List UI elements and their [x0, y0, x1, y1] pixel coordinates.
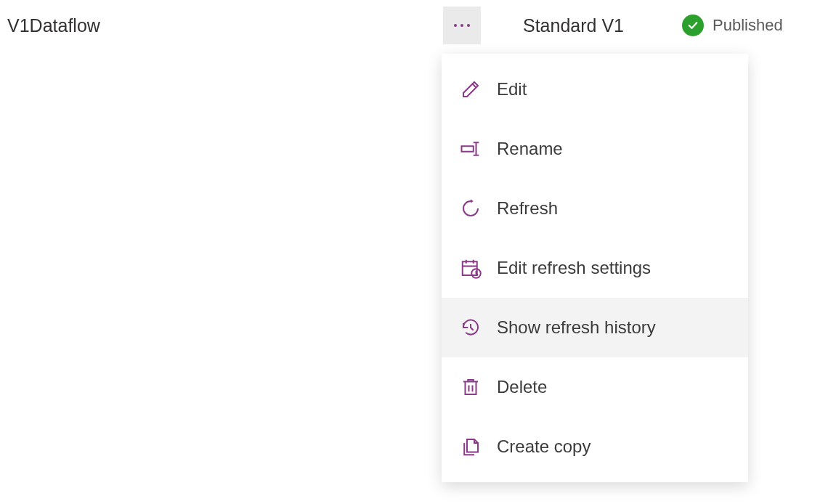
checkmark-icon	[682, 15, 704, 36]
status-text: Published	[713, 16, 783, 35]
menu-item-label: Delete	[497, 377, 547, 397]
menu-item-refresh[interactable]: Refresh	[442, 179, 748, 238]
status-badge: Published	[682, 15, 783, 36]
schedule-icon	[459, 256, 482, 280]
ellipsis-icon	[454, 24, 470, 27]
refresh-icon	[459, 197, 482, 220]
rename-icon	[459, 137, 482, 160]
menu-item-edit[interactable]: Edit	[442, 60, 748, 119]
dataflow-row: V1Dataflow Standard V1 Published	[0, 0, 828, 51]
delete-icon	[459, 375, 482, 399]
menu-item-label: Create copy	[497, 436, 590, 457]
menu-item-delete[interactable]: Delete	[442, 357, 748, 417]
menu-item-label: Refresh	[497, 198, 558, 219]
history-icon	[459, 316, 482, 339]
menu-item-show-refresh-history[interactable]: Show refresh history	[442, 298, 748, 357]
more-options-button[interactable]	[443, 7, 481, 44]
pencil-icon	[459, 78, 482, 101]
menu-item-label: Rename	[497, 139, 563, 159]
context-menu: Edit Rename Refresh Edit refresh setting…	[442, 54, 748, 482]
dataflow-name[interactable]: V1Dataflow	[7, 15, 443, 36]
menu-item-edit-refresh-settings[interactable]: Edit refresh settings	[442, 238, 748, 298]
dataflow-type: Standard V1	[523, 15, 624, 36]
copy-icon	[459, 435, 482, 458]
menu-item-label: Edit refresh settings	[497, 258, 651, 278]
menu-item-create-copy[interactable]: Create copy	[442, 417, 748, 476]
svg-rect-0	[462, 146, 474, 152]
menu-item-label: Edit	[497, 79, 527, 99]
menu-item-label: Show refresh history	[497, 317, 656, 338]
menu-item-rename[interactable]: Rename	[442, 119, 748, 179]
